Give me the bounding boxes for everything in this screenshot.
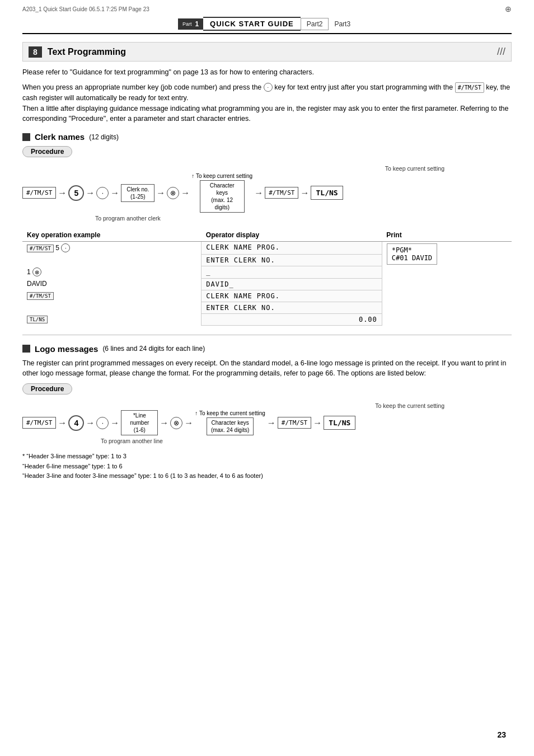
logo-messages-sub: (6 lines and 24 digits for each line) [102, 345, 205, 353]
footnote-1: * “Header 3-line message” type: 1 to 3 [22, 452, 512, 462]
clerk-no-line2: (1-25) [125, 193, 151, 200]
nav-part1: Part 1 [178, 18, 203, 30]
clerk-no-line1: Clerk no. [125, 186, 151, 193]
logo-flow-diagram: To keep the current setting #/TM/ST → 4 … [22, 402, 512, 445]
section-divider [22, 335, 512, 335]
clerk-op-table: Key operation example Operator display P… [22, 229, 512, 326]
clerk-flow-row: #/TM/ST → 5 → · → Clerk no. (1-25) [22, 173, 512, 213]
hash-tmst-small: #/TM/ST [27, 245, 54, 252]
footnote-3: “Header 3-line and footer 3-line message… [22, 471, 512, 481]
hash-tmst-key2: #/TM/ST [265, 187, 298, 199]
page-number: 23 [497, 730, 506, 739]
arrow-logo-6: → [267, 418, 276, 428]
line-num-line2: (1-6) [125, 426, 154, 434]
col-display: Operator display [202, 229, 382, 242]
key-op-cell [22, 302, 202, 313]
arrow-logo-1: → [58, 418, 67, 428]
key-op-cell: #/TM/ST [22, 290, 202, 302]
page-wrapper: A203_1 Quick Start Guide 06.5.1 7:25 PM … [0, 0, 534, 756]
procedure-badge-logo: Procedure [22, 383, 72, 395]
arrow-1: → [58, 188, 67, 198]
arrow-7: → [300, 188, 309, 198]
key-op-text: 5 [55, 244, 61, 252]
display-cell-1: CLERK NAME PROG. [202, 242, 382, 255]
logo-messages-title: Logo messages [35, 344, 98, 354]
clerk-no-box: Clerk no. (1-25) [121, 184, 154, 202]
section-icon: /// [497, 46, 505, 58]
x-circle-key-logo: ⊗ [170, 417, 182, 429]
print-line2: C#01 DAVID [392, 254, 432, 262]
tlns-key: TL/NS [311, 186, 343, 200]
square-icon-2 [22, 345, 30, 353]
flow-above-label-logo: To keep the current setting [375, 402, 444, 409]
above-char-label: ↑ To keep current setting [191, 173, 252, 179]
hash-tmst-key: #/TM/ST [22, 187, 56, 199]
table-row: #/TM/ST 5 · CLERK NAME PROG. *PGM* C#01 … [22, 242, 512, 255]
key-dot-circle: · [96, 187, 109, 199]
x-circle-small: ⊗ [32, 267, 41, 276]
arrow-5: → [181, 188, 190, 198]
key-op-cell: 1 ⊗ [22, 266, 202, 278]
key-5-circle: 5 [68, 185, 84, 201]
clerk-names-title: Clerk names [35, 132, 85, 142]
key-op-cell: #/TM/ST 5 · [22, 242, 202, 255]
display-cell-4: DAVID_ [202, 278, 382, 290]
flow-above-label-clerk: To keep current setting [385, 165, 444, 172]
arrow-6: → [254, 188, 263, 198]
display-cell-6: ENTER CLERK NO. [202, 302, 382, 313]
display-cell-5: CLERK NAME PROG. [202, 290, 382, 302]
flow-below-label-logo: To program another line [101, 438, 163, 444]
clerk-names-heading: Clerk names (12 digits) [22, 132, 512, 142]
key-4-circle: 4 [68, 415, 84, 431]
key-op-cell [22, 254, 202, 266]
display-cell-7: 0.00 [202, 313, 382, 325]
section-num: 8 [29, 46, 42, 58]
arrow-4: → [156, 188, 165, 198]
display-cell-3: _ [202, 266, 382, 278]
arrow-logo-5: → [184, 418, 193, 428]
nav-part3[interactable]: Part3 [329, 18, 356, 30]
char-keys-box-logo: Character keys (max. 24 digits) [207, 417, 254, 435]
main-content: Please refer to "Guidance for text progr… [0, 67, 534, 481]
section-header: 8 Text Programming /// [22, 42, 512, 62]
hash-tmst-key-inline: #/TM/ST [455, 82, 484, 93]
x-circle-key: ⊗ [167, 187, 179, 199]
tlns-key-logo: TL/NS [324, 416, 355, 430]
key-dot-circle-logo: · [96, 417, 109, 429]
tlns-small: TL/NS [27, 316, 48, 323]
line-num-line1: *Line number [125, 412, 154, 426]
meta-text: A203_1 Quick Start Guide 06.5.1 7:25 PM … [22, 6, 149, 12]
logo-flow-row: #/TM/ST → 4 → · → *Line number (1-6) [22, 410, 512, 435]
arrow-logo-7: → [313, 418, 322, 428]
intro-para-2: When you press an appropriate number key… [22, 82, 512, 124]
dot-key-inline: · [264, 83, 273, 92]
footnotes: * “Header 3-line message” type: 1 to 3 “… [22, 452, 512, 481]
nav-bar: Part 1 QUICK START GUIDE Part2 Part3 [22, 17, 512, 34]
print-line1: *PGM* [392, 246, 432, 254]
clerk-flow-diagram: To keep current setting #/TM/ST → 5 → · … [22, 165, 512, 222]
arrow-logo-4: → [160, 418, 168, 428]
char-keys-box: Character keys (max. 12 digits) [200, 180, 245, 213]
top-meta: A203_1 Quick Start Guide 06.5.1 7:25 PM … [0, 0, 534, 13]
square-icon [22, 133, 30, 141]
key-op-cell: TL/NS [22, 313, 202, 325]
intro-para-1: Please refer to "Guidance for text progr… [22, 67, 512, 78]
part1-num: 1 [195, 20, 199, 28]
col-print: Print [382, 229, 512, 242]
dot-key-small: · [61, 243, 70, 252]
nav-title: QUICK START GUIDE [203, 17, 301, 31]
arrow-logo-3: → [110, 418, 119, 428]
part-label: Part [182, 21, 192, 27]
procedure-badge-clerk: Procedure [22, 146, 72, 157]
arrow-2: → [86, 188, 95, 198]
print-block: *PGM* C#01 DAVID [387, 243, 437, 265]
above-char-label-logo: ↑ To keep the current setting [195, 410, 265, 416]
key-op-cell: DAVID [22, 278, 202, 290]
display-cell-2: ENTER CLERK NO. [202, 254, 382, 266]
logo-description: The register can print programmed messag… [22, 358, 512, 379]
section-title: Text Programming [48, 47, 126, 57]
logo-messages-heading: Logo messages (6 lines and 24 digits for… [22, 344, 512, 354]
flow-below-label-clerk: To program another clerk [95, 215, 161, 222]
nav-part2[interactable]: Part2 [301, 18, 329, 30]
line-num-box: *Line number (1-6) [121, 410, 158, 435]
